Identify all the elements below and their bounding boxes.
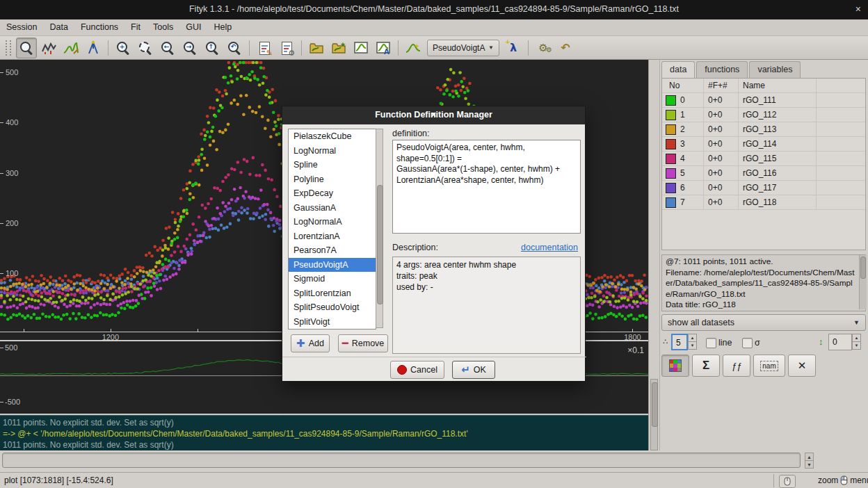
dataset-color-swatch[interactable]	[666, 124, 676, 135]
zoom-right-button[interactable]: →	[179, 38, 200, 58]
documentation-link[interactable]: documentation	[521, 243, 578, 252]
menu-functions[interactable]: Functions	[74, 19, 124, 32]
menu-session[interactable]: Session	[0, 19, 43, 32]
ok-button[interactable]: ↵ OK	[452, 361, 495, 379]
zoom-left-button[interactable]: ←	[157, 38, 178, 58]
open-data-button[interactable]	[306, 38, 327, 58]
column-header[interactable]: #F+#	[704, 79, 739, 92]
cancel-button[interactable]: Cancel	[390, 361, 444, 379]
table-row[interactable]: 40+0rGO_115	[662, 152, 865, 166]
point-size-spin-buttons[interactable]: ▲▼	[688, 334, 697, 350]
scrollbar-thumb[interactable]	[652, 382, 658, 427]
output-console[interactable]: 1011 points. No explicit std. dev. Set a…	[0, 415, 648, 450]
info-scrollbar-thumb[interactable]	[860, 257, 866, 279]
function-type-combobox[interactable]: PseudoVoigtA▼	[427, 40, 499, 56]
zoom-mode-button[interactable]	[16, 38, 37, 58]
function-list-item[interactable]: SplitVoigt	[289, 315, 376, 330]
peak-draw-mode-button[interactable]	[83, 38, 104, 58]
copy-functions-button[interactable]: ƒƒ	[723, 355, 750, 377]
function-list-item[interactable]: GaussianA	[289, 201, 376, 215]
function-list-scrollbar-thumb[interactable]	[377, 185, 383, 304]
table-row[interactable]: 00+0rGO_111	[662, 93, 865, 108]
column-header[interactable]: Name	[739, 79, 817, 92]
run-script-button[interactable]: ⚙	[276, 38, 297, 58]
dataset-color-swatch[interactable]	[666, 154, 676, 164]
edit-data-button[interactable]	[351, 38, 371, 58]
fit-button[interactable]: ⚙⚙	[533, 38, 554, 58]
function-list-item[interactable]: Sigmoid	[289, 272, 376, 286]
function-list-item[interactable]: Pearson7A	[289, 243, 376, 258]
column-header[interactable]: No	[662, 79, 704, 92]
dataset-color-swatch[interactable]	[666, 197, 676, 208]
zoom-up-button[interactable]: ↑	[202, 38, 223, 58]
dataset-color-swatch[interactable]	[666, 110, 676, 120]
edit-log-button[interactable]: ✎	[254, 38, 275, 58]
save-data-button[interactable]: A	[373, 38, 394, 58]
data-transform-button[interactable]: ✦	[403, 38, 424, 58]
zoom-all-button[interactable]	[135, 38, 156, 58]
dataset-colors-button[interactable]	[661, 355, 689, 377]
dataset-filter-dropdown[interactable]: show all datasets ▼	[661, 314, 866, 331]
zoom-previous-button[interactable]: ↶	[224, 38, 245, 58]
table-row[interactable]: 70+0rGO_118	[662, 195, 865, 210]
tab-functions[interactable]: functions	[696, 61, 748, 78]
dataset-color-swatch[interactable]	[666, 183, 676, 193]
open-data-merge-button[interactable]: ★	[328, 38, 349, 58]
table-row[interactable]: 20+0rGO_113	[662, 122, 865, 137]
function-list-item[interactable]: Spline	[289, 158, 376, 172]
window-close-button[interactable]: ×	[855, 3, 861, 15]
add-function-button[interactable]: ✚ Add	[291, 334, 330, 352]
menu-help[interactable]: Help	[207, 19, 238, 32]
background-mode-button[interactable]	[61, 38, 81, 58]
sum-datasets-button[interactable]: Σ	[692, 355, 720, 377]
table-row[interactable]: 60+0rGO_117	[662, 181, 865, 195]
dataset-table[interactable]: No#F+#Name00+0rGO_11110+0rGO_11220+0rGO_…	[661, 78, 866, 250]
function-list-item[interactable]: SplitPseudoVoigt	[289, 300, 376, 315]
delete-dataset-button[interactable]: ✕	[788, 355, 816, 377]
command-input[interactable]	[2, 453, 801, 468]
function-list-item[interactable]: SplitLorentzian	[289, 286, 376, 301]
tab-variables[interactable]: variables	[749, 61, 801, 78]
tab-data[interactable]: data	[661, 61, 695, 78]
function-type-list[interactable]: PielaszekCubeLogNormalSplinePolylineExpD…	[288, 129, 376, 330]
remove-function-button[interactable]: ━ Remove	[338, 334, 388, 352]
dataset-color-swatch[interactable]	[666, 139, 676, 149]
sigma-sum-icon: Σ	[702, 359, 709, 373]
function-list-item[interactable]: PseudoVoigtA	[289, 258, 376, 273]
function-list-item[interactable]: LorentzianA	[289, 229, 376, 244]
table-row[interactable]: 50+0rGO_116	[662, 166, 865, 181]
function-list-item[interactable]: LogNormalA	[289, 215, 376, 229]
line-checkbox[interactable]	[706, 338, 716, 348]
zoom-in-button[interactable]: +	[113, 38, 134, 58]
table-row[interactable]: 30+0rGO_114	[662, 137, 865, 152]
undo-fit-button[interactable]: ↶	[555, 38, 576, 58]
function-list-item[interactable]: ExpDecay	[289, 186, 376, 201]
dialog-close-button[interactable]: ×	[282, 110, 585, 120]
menu-tools[interactable]: Tools	[147, 19, 179, 32]
data-range-mode-button[interactable]	[38, 38, 59, 58]
menu-data[interactable]: Data	[43, 19, 74, 32]
dataset-color-swatch[interactable]	[666, 95, 676, 106]
shift-spin-buttons[interactable]: ▲▼	[852, 334, 861, 350]
data-range-mode-icon	[41, 40, 56, 56]
point-size-spinner[interactable]: 5	[671, 334, 688, 350]
function-list-item[interactable]: PielaszekCube	[289, 129, 376, 144]
info-scrollbar[interactable]	[859, 255, 867, 309]
menu-gui[interactable]: GUI	[179, 19, 207, 32]
function-list-item[interactable]: Polyline	[289, 172, 376, 187]
dataset-color-swatch[interactable]	[666, 168, 676, 179]
rename-dataset-button[interactable]: nam	[753, 355, 785, 377]
mouse-config-button[interactable]	[779, 475, 796, 488]
svg-text:✦: ✦	[414, 42, 419, 50]
console-scrollbar[interactable]	[650, 379, 658, 450]
shift-spinner[interactable]: 0	[828, 334, 852, 350]
function-list-scrollbar[interactable]	[376, 129, 383, 328]
table-row[interactable]: 10+0rGO_112	[662, 108, 865, 122]
sigma-checkbox[interactable]	[742, 338, 753, 348]
function-list-item[interactable]: LogNormal	[289, 144, 376, 158]
definition-textarea[interactable]: PseudoVoigtA(area, center, hwhm, shape=0…	[392, 140, 581, 234]
menu-fit[interactable]: Fit	[124, 19, 147, 32]
command-history-down-button[interactable]: ▼	[805, 460, 814, 469]
dataset-func-count: 0+0	[704, 122, 739, 136]
auto-add-peak-button[interactable]: λ+	[503, 38, 524, 58]
